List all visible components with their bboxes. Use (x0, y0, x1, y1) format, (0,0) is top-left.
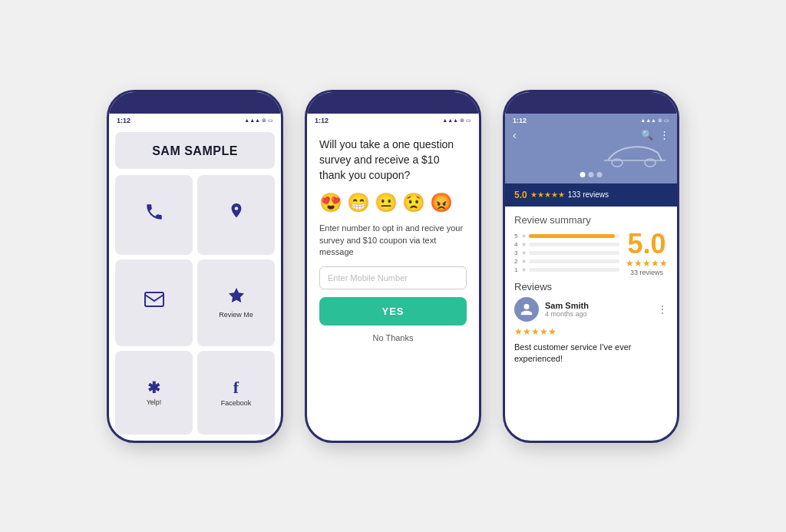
grid-cell-phone[interactable] (115, 175, 193, 256)
big-score-column: 5.0 ★★★★★ 33 reviews (626, 230, 668, 276)
phone2-content: Will you take a one question survey and … (307, 126, 479, 441)
review-summary-title: Review summary (514, 214, 668, 226)
bar-num-1: 1 (514, 266, 519, 273)
input-placeholder: Enter Mobile Number (328, 273, 408, 283)
wifi-icon-3: ⊛ (658, 117, 662, 124)
review-text: Best customer service I've ever experien… (514, 342, 668, 365)
bar-row-4: 4 ★ (514, 241, 619, 248)
facebook-icon: f (233, 378, 239, 398)
reviewer-avatar (514, 297, 539, 322)
bars-column: 5 ★ 4 ★ 3 ★ (514, 233, 619, 273)
phone-1: 1:12 ▲▲▲ ⊛ ▭ SAM SAMPLE (107, 90, 283, 443)
bar-star-1: ★ (521, 266, 527, 273)
survey-subtext: Enter number to opt in and recive your s… (319, 223, 467, 258)
phone1-notch-bar (109, 92, 281, 114)
emoji-sad: 😟 (402, 192, 425, 213)
bar-num-5: 5 (514, 233, 519, 240)
battery-icon: ▭ (268, 117, 273, 124)
bar-star-3: ★ (521, 249, 527, 256)
yelp-label: Yelp! (147, 398, 162, 406)
phone3-hero: ‹ 🔍 ⋮ (505, 126, 677, 183)
phone-icon (144, 202, 164, 226)
location-icon (228, 202, 245, 226)
battery-icon-2: ▭ (466, 117, 471, 124)
phone2-time: 1:12 (315, 117, 329, 124)
dot-3 (597, 172, 603, 177)
grid-cell-location[interactable] (197, 175, 275, 256)
phone3-rating-bar: 5.0 ★★★★★ 133 reviews (505, 183, 677, 207)
dot-2 (589, 172, 594, 177)
hero-dots (580, 172, 603, 177)
phone2-notch-bar (307, 92, 479, 114)
survey-question: Will you take a one question survey and … (319, 137, 467, 183)
bar-row-2: 2 ★ (514, 258, 619, 265)
grid-cell-review[interactable]: Review Me (197, 259, 275, 346)
big-stars: ★★★★★ (626, 258, 668, 269)
phone3-status-bar: 1:12 ▲▲▲ ⊛ ▭ (505, 114, 677, 126)
phone1-notch (167, 92, 223, 104)
emoji-happy: 😁 (347, 192, 370, 213)
emojis-row: 😍 😁 😐 😟 😡 (319, 192, 467, 213)
review-label: Review Me (219, 311, 253, 319)
bar-num-2: 2 (514, 258, 519, 265)
review-stars: ★★★★★ (514, 326, 668, 337)
grid-cell-facebook[interactable]: f Facebook (197, 351, 275, 435)
phone1-time: 1:12 (117, 117, 130, 124)
mobile-input[interactable]: Enter Mobile Number (319, 266, 467, 289)
bar-star-5: ★ (521, 233, 527, 240)
phone1-username: SAM SAMPLE (152, 144, 238, 157)
reviewer-name: Sam Smith (545, 301, 651, 310)
reviews-section-title: Reviews (514, 281, 668, 292)
star-icon (227, 286, 246, 309)
phone2-notch (365, 92, 421, 104)
rating-stars: ★★★★★ (530, 190, 565, 199)
phone1-header: SAM SAMPLE (115, 132, 275, 169)
reviewer-info: Sam Smith 4 months ago (545, 301, 651, 318)
back-arrow-icon[interactable]: ‹ (513, 129, 517, 141)
no-thanks-link[interactable]: No Thanks (319, 333, 467, 342)
rating-score: 5.0 (514, 190, 527, 200)
phone3-status-icons: ▲▲▲ ⊛ ▭ (640, 117, 669, 124)
phone2-status-bar: 1:12 ▲▲▲ ⊛ ▭ (307, 114, 479, 126)
phone-2: 1:12 ▲▲▲ ⊛ ▭ Will you take a one questio… (305, 90, 481, 443)
bar-track-4 (529, 243, 619, 246)
phone1-status-icons: ▲▲▲ ⊛ ▭ (244, 117, 273, 124)
signal-icon-2: ▲▲▲ (442, 117, 458, 123)
phone3-body: Review summary 5 ★ 4 ★ (505, 207, 677, 441)
emoji-love: 😍 (319, 192, 342, 213)
facebook-label: Facebook (221, 399, 252, 407)
big-score: 5.0 (627, 230, 665, 258)
email-icon (144, 292, 164, 312)
yes-button[interactable]: YES (319, 297, 467, 325)
phone3-content: ‹ 🔍 ⋮ (505, 126, 677, 441)
bar-fill-5 (529, 234, 615, 238)
bar-row-1: 1 ★ (514, 266, 619, 273)
phone-3: 1:12 ▲▲▲ ⊛ ▭ ‹ 🔍 ⋮ (503, 90, 679, 443)
bar-row-3: 3 ★ (514, 249, 619, 256)
svg-rect-0 (145, 292, 163, 306)
wifi-icon-2: ⊛ (460, 117, 464, 124)
phone3-notch (563, 92, 619, 104)
battery-icon-3: ▭ (664, 117, 669, 124)
reviewer-more-icon[interactable]: ⋮ (657, 303, 668, 316)
phone3-notch-bar (505, 92, 677, 114)
phone3-time: 1:12 (513, 117, 527, 124)
phone1-status-bar: 1:12 ▲▲▲ ⊛ ▭ (109, 114, 281, 126)
phone1-content: SAM SAMPLE (109, 126, 281, 441)
phone2-status-icons: ▲▲▲ ⊛ ▭ (442, 117, 471, 124)
summary-grid: 5 ★ 4 ★ 3 ★ (514, 230, 668, 276)
bar-star-4: ★ (521, 241, 527, 248)
bar-num-4: 4 (514, 241, 519, 248)
grid-cell-yelp[interactable]: ✱ Yelp! (115, 351, 193, 435)
bar-star-2: ★ (521, 258, 527, 265)
grid-cell-email[interactable] (115, 259, 193, 346)
bar-track-5 (529, 234, 619, 238)
bar-track-1 (529, 268, 619, 272)
bar-track-3 (529, 251, 619, 255)
signal-icon: ▲▲▲ (244, 117, 260, 123)
wifi-icon: ⊛ (262, 117, 266, 124)
dot-1 (580, 172, 586, 177)
emoji-neutral: 😐 (375, 192, 398, 213)
yelp-icon: ✱ (147, 378, 160, 397)
emoji-angry: 😡 (430, 192, 453, 213)
